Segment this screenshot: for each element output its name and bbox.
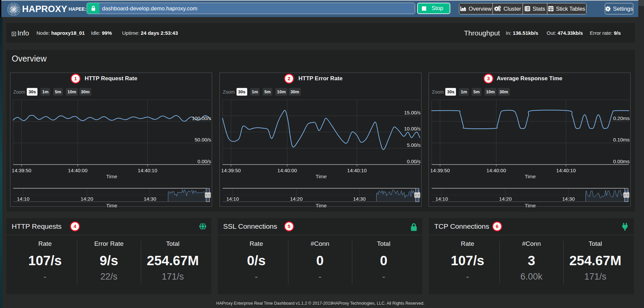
svg-text:Time: Time [106, 174, 117, 179]
svg-text:14:30: 14:30 [144, 196, 156, 202]
svg-text:Time: Time [525, 203, 536, 208]
svg-text:14:39:50: 14:39:50 [430, 168, 450, 173]
svg-text:14:39:50: 14:39:50 [221, 168, 241, 173]
svg-text:14:10: 14:10 [226, 196, 239, 202]
svg-text:0.00ms: 0.00ms [613, 159, 629, 164]
svg-text:0.10ms: 0.10ms [613, 137, 629, 142]
svg-text:15.00/s: 15.00/s [404, 110, 421, 115]
svg-text:10.00/s: 10.00/s [404, 126, 421, 131]
svg-text:14:40:10: 14:40:10 [137, 168, 157, 173]
svg-text:14:40:00: 14:40:00 [486, 168, 506, 173]
svg-text:0.20ms: 0.20ms [613, 115, 629, 121]
svg-text:14:39:50: 14:39:50 [12, 168, 31, 173]
svg-text:5.00/s: 5.00/s [407, 142, 421, 148]
svg-text:14:20: 14:20 [81, 196, 93, 202]
svg-text:Time: Time [525, 174, 536, 179]
svg-text:14:10: 14:10 [435, 196, 448, 202]
svg-text:14:30: 14:30 [562, 196, 575, 202]
svg-text:0.00/s: 0.00/s [197, 159, 211, 164]
svg-text:14:30: 14:30 [353, 196, 366, 202]
svg-text:14:40:00: 14:40:00 [68, 168, 87, 173]
svg-text:14:40:00: 14:40:00 [277, 168, 297, 173]
svg-text:0.00/s: 0.00/s [407, 159, 421, 164]
svg-text:Time: Time [316, 174, 327, 179]
svg-text:50.00/s: 50.00/s [194, 137, 211, 142]
svg-text:14:20: 14:20 [499, 196, 512, 202]
svg-text:14:40:10: 14:40:10 [347, 168, 367, 173]
svg-text:14:40:10: 14:40:10 [556, 168, 575, 173]
svg-text:14:10: 14:10 [17, 196, 29, 202]
svg-text:Time: Time [316, 203, 327, 208]
svg-text:100.00/s: 100.00/s [192, 115, 211, 121]
svg-text:Time: Time [106, 203, 117, 208]
svg-text:14:20: 14:20 [290, 196, 303, 202]
